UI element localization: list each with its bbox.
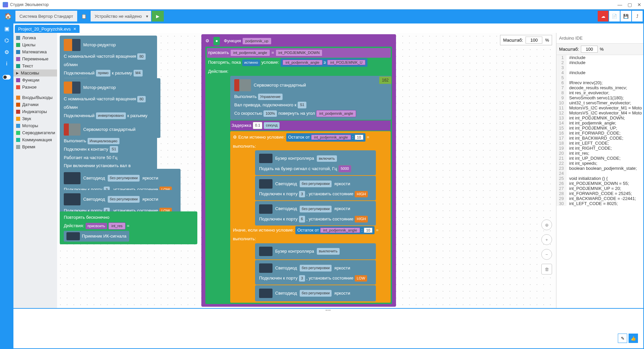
titlebar: Студия Эвольвектор — ▢ ✕ [0,0,644,9]
led-icon [64,172,81,184]
motor-icon [64,82,81,94]
new-file-icon[interactable]: 📄 [609,11,620,21]
category-item[interactable]: Разное [13,84,57,91]
zoom-control: Масштаб: % [500,35,552,45]
info-icon[interactable]: i [6,61,7,67]
category-item[interactable]: Функции [13,77,57,84]
category-item[interactable]: Моторы [13,122,57,129]
home-icon[interactable]: 🏠 [1,9,15,23]
trash-icon[interactable]: 🗑 [541,264,552,275]
code-panel: Arduino IDE Масштаб: % 1#include2#includ… [556,33,643,308]
minimize-icon[interactable]: — [617,2,622,7]
tab-close-icon[interactable]: × [73,26,76,32]
category-item[interactable]: Текст [13,62,57,69]
zoom-out-icon[interactable]: − [541,249,552,260]
wand-icon[interactable]: ✎ [618,334,627,343]
block-categories: ЛогикаЦиклыМатематикаПеременныеТекст▶Мас… [13,33,57,308]
settings-icon[interactable]: ⚙ [4,49,9,55]
console-panel: ••• ✎ 👍 [13,308,643,348]
upload-icon[interactable]: ⤴ [632,11,643,21]
board-icon[interactable]: 📋 [78,11,90,21]
category-item[interactable]: Звук [13,115,57,122]
category-item[interactable]: Время [13,143,57,150]
zoom-in-icon[interactable]: + [541,234,552,245]
category-item[interactable]: Циклы [13,41,57,48]
resize-handle[interactable]: ••• [322,309,335,311]
save-icon[interactable]: 💾 [621,11,631,21]
cloud-upload-icon[interactable]: ☁ [598,11,608,21]
zoom-input[interactable] [526,37,542,44]
block-canvas[interactable]: Масштаб: % 162 Мотор-редуктор С номиналь… [57,33,556,308]
category-item[interactable] [13,91,57,94]
thumbs-up-icon[interactable]: 👍 [629,334,638,343]
tabs: Project_20_Pogryzchik.evs× [13,23,643,33]
toolbar: 🏠 Система Вертор Стандарт 📋 Устройство н… [0,9,644,23]
category-item[interactable]: ▶Массивы [13,69,57,77]
badge: 162 [379,77,391,84]
canvas-tools: ⊕ + − 🗑 [541,219,552,275]
app-title: Студия Эвольвектор [10,2,617,7]
chip-icon[interactable]: ▣ [4,26,9,32]
sidebar: ▣ ⌬ ⚙ i [0,23,13,349]
usb-icon[interactable]: ⌬ [4,37,9,44]
code-body[interactable]: 1#include2#include34#include 56IRrecv ir… [556,55,643,308]
app-icon [3,2,8,7]
close-icon[interactable]: ✕ [637,2,641,7]
center-icon[interactable]: ⊕ [541,219,552,230]
theme-toggle[interactable] [3,75,11,80]
category-item[interactable]: Логика [13,34,57,41]
category-item[interactable]: Датчики [13,101,57,108]
category-item[interactable]: Серводвигатели [13,129,57,136]
code-zoom-input[interactable] [581,46,598,53]
play-button[interactable]: ▶ [152,11,164,21]
servo-icon [64,123,81,136]
led-icon [64,193,81,205]
window-controls: — ▢ ✕ [617,2,641,7]
code-panel-title: Arduino IDE [556,33,643,44]
system-select[interactable]: Система Вертор Стандарт [15,11,77,21]
maximize-icon[interactable]: ▢ [628,2,632,7]
category-item[interactable]: Переменные [13,55,57,62]
category-item[interactable]: Индикаторы [13,108,57,115]
device-select[interactable]: Устройство не найдено▾ [91,11,151,21]
category-item[interactable]: Коммуникация [13,136,57,143]
category-item[interactable]: Входы/Выходы [13,94,57,101]
category-item[interactable]: Математика [13,48,57,55]
file-tab[interactable]: Project_20_Pogryzchik.evs× [15,25,80,33]
motor-icon [64,39,81,51]
